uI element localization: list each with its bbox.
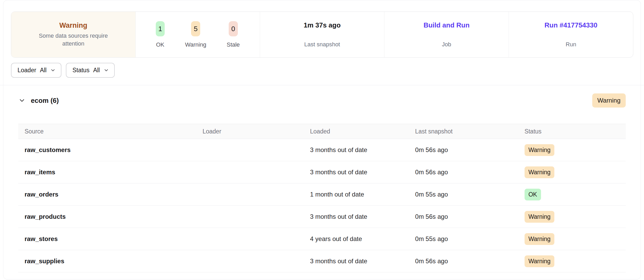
stat-ok-count-badge: 1 — [156, 21, 165, 36]
last-snapshot-card: 1m 37s ago Last snapshot — [260, 12, 384, 57]
loader-filter-label: Loader — [18, 67, 36, 74]
overall-status-card: Warning Some data sources require attent… — [11, 12, 135, 57]
status-badge: Warning — [525, 211, 555, 223]
last-snapshot-value: 0m 55s ago — [409, 183, 518, 206]
source-name: raw_items — [18, 161, 196, 183]
run-label: Run — [566, 41, 576, 48]
group-status-badge: Warning — [592, 93, 626, 108]
loader-value — [196, 139, 304, 161]
sources-table: Source Loader Loaded Last snapshot Statu… — [18, 124, 626, 272]
loaded-value: 3 months out of date — [304, 161, 409, 183]
status-badge: Warning — [525, 233, 555, 245]
table-row[interactable]: raw_items 3 months out of date 0m 56s ag… — [18, 161, 626, 183]
status-cell: Warning — [518, 206, 626, 228]
summary-card-strip: Warning Some data sources require attent… — [11, 12, 633, 58]
job-card: Build and Run Job — [384, 12, 509, 57]
last-snapshot-value: 0m 56s ago — [409, 161, 518, 183]
stat-stale: 0 Stale — [227, 21, 240, 48]
column-header-source: Source — [18, 124, 196, 139]
loader-value — [196, 206, 304, 228]
loader-value — [196, 161, 304, 183]
stat-warning-count-badge: 5 — [191, 21, 200, 36]
column-header-last-snapshot: Last snapshot — [409, 124, 518, 139]
last-snapshot-value: 0m 55s ago — [409, 228, 518, 250]
status-cell: Warning — [518, 228, 626, 250]
table-row[interactable]: raw_supplies 3 months out of date 0m 56s… — [18, 250, 626, 272]
table-row[interactable]: raw_orders 1 month out of date 0m 55s ag… — [18, 183, 626, 206]
status-badge: Warning — [525, 144, 555, 156]
run-card: Run #417754330 Run — [509, 12, 633, 57]
loaded-value: 4 years out of date — [304, 228, 409, 250]
loader-filter-value: All — [40, 67, 47, 74]
loader-value — [196, 183, 304, 206]
loader-value — [196, 250, 304, 272]
status-filter-label: Status — [72, 67, 89, 74]
stat-stale-label: Stale — [227, 41, 240, 48]
last-snapshot-value: 0m 56s ago — [409, 250, 518, 272]
chevron-down-icon — [50, 68, 56, 73]
status-badge: Warning — [525, 166, 555, 178]
stat-warning: 5 Warning — [185, 21, 206, 48]
column-header-loaded: Loaded — [304, 124, 409, 139]
loader-value — [196, 228, 304, 250]
source-name: raw_customers — [18, 139, 196, 161]
source-name: raw_supplies — [18, 250, 196, 272]
section-divider — [0, 85, 644, 85]
stat-ok: 1 OK — [156, 21, 165, 48]
status-counts-card: 1 OK 5 Warning 0 Stale — [135, 12, 260, 57]
loaded-value: 3 months out of date — [304, 206, 409, 228]
loaded-value: 1 month out of date — [304, 183, 409, 206]
status-filter-dropdown[interactable]: Status All — [66, 63, 115, 78]
table-row[interactable]: raw_stores 4 years out of date 0m 55s ag… — [18, 228, 626, 250]
group-header-ecom[interactable]: ecom (6) Warning — [18, 93, 626, 108]
chevron-down-icon[interactable] — [18, 97, 26, 104]
status-cell: Warning — [518, 250, 626, 272]
table-row[interactable]: raw_customers 3 months out of date 0m 56… — [18, 139, 626, 161]
status-filter-value: All — [93, 67, 100, 74]
status-cell: OK — [518, 183, 626, 206]
chevron-down-icon — [104, 68, 109, 73]
job-link[interactable]: Build and Run — [423, 21, 469, 29]
status-badge: Warning — [525, 255, 555, 267]
stat-ok-label: OK — [156, 41, 164, 48]
last-snapshot-value: 1m 37s ago — [304, 21, 341, 29]
loader-filter-dropdown[interactable]: Loader All — [11, 63, 61, 78]
table-header-row: Source Loader Loaded Last snapshot Statu… — [18, 124, 626, 139]
status-badge: OK — [525, 189, 541, 200]
job-label: Job — [442, 41, 451, 48]
last-snapshot-value: 0m 56s ago — [409, 206, 518, 228]
source-name: raw_products — [18, 206, 196, 228]
filter-bar: Loader All Status All — [11, 63, 633, 78]
loaded-value: 3 months out of date — [304, 139, 409, 161]
group-title: ecom (6) — [31, 97, 59, 105]
run-link[interactable]: Run #417754330 — [544, 21, 597, 29]
stat-warning-label: Warning — [185, 41, 206, 48]
table-row[interactable]: raw_products 3 months out of date 0m 56s… — [18, 206, 626, 228]
status-cell: Warning — [518, 161, 626, 183]
column-header-loader: Loader — [196, 124, 304, 139]
column-header-status: Status — [518, 124, 626, 139]
loaded-value: 3 months out of date — [304, 250, 409, 272]
stat-stale-count-badge: 0 — [229, 21, 238, 36]
source-name: raw_stores — [18, 228, 196, 250]
overall-status-subtitle: Some data sources require attention — [34, 32, 113, 48]
last-snapshot-label: Last snapshot — [304, 41, 340, 48]
overall-status-title: Warning — [59, 21, 87, 30]
status-cell: Warning — [518, 139, 626, 161]
source-name: raw_orders — [18, 183, 196, 206]
last-snapshot-value: 0m 56s ago — [409, 139, 518, 161]
